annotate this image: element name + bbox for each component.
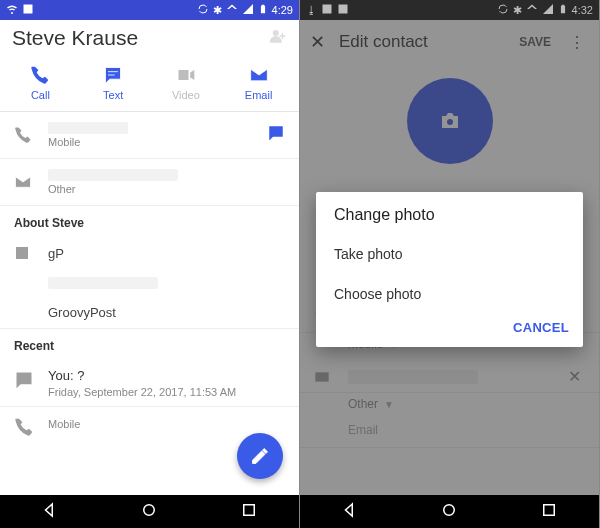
- chart-icon: [22, 3, 34, 17]
- status-time: 4:29: [272, 4, 293, 16]
- recent-message: You: ?: [48, 368, 285, 383]
- email-button[interactable]: Email: [222, 65, 295, 101]
- about-redacted: [48, 277, 158, 289]
- status-time: 4:32: [572, 4, 593, 16]
- recent-message-row[interactable]: You: ? Friday, September 22, 2017, 11:53…: [0, 360, 299, 406]
- about-org-full-row[interactable]: GroovyPost: [0, 297, 299, 329]
- take-photo-option[interactable]: Take photo: [316, 234, 583, 274]
- nav-bar: [300, 495, 599, 528]
- battery-icon: [558, 3, 568, 17]
- email-redacted: [48, 169, 178, 181]
- phone-icon: [14, 126, 34, 144]
- text-button[interactable]: Text: [77, 65, 150, 101]
- nav-back-icon[interactable]: [341, 501, 359, 523]
- svg-point-0: [273, 30, 279, 36]
- phone-right-edit-contact: ⭳ ✱ 4:32: [300, 0, 600, 528]
- phone-number-row[interactable]: Mobile: [0, 112, 299, 159]
- org-short: gP: [48, 246, 64, 261]
- action-row: Call Text Video Email: [0, 59, 299, 112]
- status-bar: ⭳ ✱ 4:32: [300, 0, 599, 20]
- choose-photo-option[interactable]: Choose photo: [316, 274, 583, 314]
- cancel-button[interactable]: CANCEL: [513, 320, 569, 335]
- recent-header: Recent: [0, 329, 299, 360]
- svg-point-1: [144, 504, 155, 515]
- building-icon: [14, 245, 34, 261]
- email-icon: [14, 173, 34, 191]
- call-label: Call: [31, 89, 50, 101]
- bluetooth-icon: ✱: [513, 4, 522, 17]
- email-label: Email: [245, 89, 273, 101]
- contact-name: Steve Krause: [12, 26, 138, 50]
- nav-back-icon[interactable]: [41, 501, 59, 523]
- video-button[interactable]: Video: [150, 65, 223, 101]
- signal-cell-icon: [542, 3, 554, 17]
- chart-icon: [337, 3, 349, 17]
- email-type-label: Other: [48, 183, 285, 195]
- about-redacted-row: [0, 269, 299, 297]
- edit-contact-content: ✕ Edit contact SAVE ⋮ Phone Mobile ▼: [300, 20, 599, 495]
- svg-point-5: [444, 504, 455, 515]
- svg-rect-2: [244, 504, 255, 515]
- refresh-icon: [497, 3, 509, 17]
- nav-home-icon[interactable]: [140, 501, 158, 523]
- nav-recent-icon[interactable]: [540, 501, 558, 523]
- status-bar: ✱ 4:29: [0, 0, 299, 20]
- phone-left-contact-detail: ✱ 4:29 Steve Krause Call: [0, 0, 300, 528]
- contact-title-bar: Steve Krause: [0, 20, 299, 59]
- chat-icon: [14, 370, 34, 390]
- phone-icon: [14, 417, 34, 437]
- video-label: Video: [172, 89, 200, 101]
- download-icon: ⭳: [306, 4, 317, 16]
- wifi-icon: [6, 3, 18, 17]
- recent-call-type: Mobile: [48, 418, 285, 430]
- message-icon[interactable]: [267, 124, 285, 146]
- about-org-row[interactable]: gP: [0, 237, 299, 269]
- phone-type-label: Mobile: [48, 136, 253, 148]
- recent-timestamp: Friday, September 22, 2017, 11:53 AM: [48, 386, 285, 398]
- about-header: About Steve: [0, 206, 299, 237]
- svg-rect-3: [323, 5, 332, 14]
- bluetooth-icon: ✱: [213, 4, 222, 17]
- org-full: GroovyPost: [48, 305, 116, 320]
- nav-recent-icon[interactable]: [240, 501, 258, 523]
- battery-icon: [258, 3, 268, 17]
- signal-wifi-icon: [226, 3, 238, 17]
- signal-cell-icon: [242, 3, 254, 17]
- edit-fab[interactable]: [237, 433, 283, 479]
- call-button[interactable]: Call: [4, 65, 77, 101]
- signal-wifi-icon: [526, 3, 538, 17]
- dialog-title: Change photo: [316, 192, 583, 234]
- refresh-icon: [197, 3, 209, 17]
- add-icon[interactable]: [269, 27, 287, 50]
- change-photo-dialog: Change photo Take photo Choose photo CAN…: [316, 192, 583, 347]
- phone-number-redacted: [48, 122, 128, 134]
- nav-home-icon[interactable]: [440, 501, 458, 523]
- email-row[interactable]: Other: [0, 159, 299, 206]
- image-icon: [321, 3, 333, 17]
- text-label: Text: [103, 89, 123, 101]
- contact-detail-content: Steve Krause Call Text Video Email: [0, 20, 299, 495]
- nav-bar: [0, 495, 299, 528]
- svg-rect-6: [544, 504, 555, 515]
